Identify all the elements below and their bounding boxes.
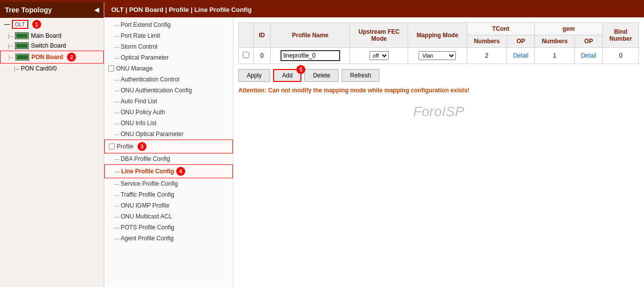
- th-mapping-mode: Mapping Mode: [408, 23, 467, 48]
- nav-service-profile-config[interactable]: Service Profile Config: [104, 178, 233, 189]
- gem-detail-link[interactable]: Detail: [581, 52, 596, 59]
- main-content: OLT | PON Board | Profile | Line Profile…: [104, 2, 644, 287]
- row-upstream-fec-cell: off on: [350, 48, 408, 64]
- nav-auto-find-list[interactable]: Auto Find List: [104, 96, 233, 107]
- row-gem-op: Detail: [575, 48, 603, 64]
- tree-item-main-board[interactable]: |-- Main Board: [0, 31, 104, 41]
- sidebar-header: Tree Topology ◀: [0, 2, 104, 18]
- tree-prefix: |--: [8, 33, 13, 39]
- breadcrumb: OLT | PON Board | Profile | Line Profile…: [104, 2, 644, 17]
- nav-onu-optical-parameter[interactable]: ONU Optical Parameter: [104, 129, 233, 140]
- nav-optical-parameter[interactable]: Optical Parameter: [104, 52, 233, 63]
- watermark: ForoISP: [238, 104, 639, 120]
- nav-authentication-control[interactable]: Authentication Control: [104, 74, 233, 85]
- th-profile-name: Profile Name: [270, 23, 350, 48]
- upstream-fec-select[interactable]: off on: [369, 51, 389, 60]
- nav-pots-profile-config[interactable]: POTS Profile Config: [104, 222, 233, 233]
- delete-button[interactable]: Delete: [304, 69, 339, 82]
- add-button[interactable]: Add 5: [273, 69, 301, 82]
- th-tcont-op: OP: [507, 35, 535, 48]
- table-wrapper: ID Profile Name Upstream FECMode Mapping…: [238, 22, 639, 64]
- sidebar-title: Tree Topology: [5, 6, 52, 14]
- th-upstream-fec: Upstream FECMode: [350, 23, 408, 48]
- mapping-mode-select[interactable]: Vlan GEM Port: [419, 51, 456, 60]
- tree-item-switch-board[interactable]: |-- Switch Board: [0, 41, 104, 51]
- nav-onu-igmp-profile[interactable]: ONU IGMP Profile: [104, 200, 233, 211]
- tree-prefix: |--: [8, 54, 13, 60]
- nav-agent-profile-config[interactable]: Agent Profile Config: [104, 233, 233, 244]
- add-label: Add: [282, 72, 292, 79]
- row-gem-numbers: 1: [535, 48, 575, 64]
- th-gem-op: OP: [575, 35, 603, 48]
- onu-manage-checkbox[interactable]: [108, 66, 114, 72]
- row-checkbox[interactable]: [243, 52, 249, 58]
- th-tcont-group: TCont: [467, 23, 535, 35]
- sidebar: Tree Topology ◀ — OLT 1 |-- Main Board |…: [0, 2, 104, 287]
- row-mapping-mode-cell: Vlan GEM Port: [408, 48, 467, 64]
- row-bind-number: 0: [602, 48, 639, 64]
- th-checkbox: [239, 23, 254, 48]
- badge-4: 4: [176, 167, 185, 176]
- refresh-button[interactable]: Refresh: [342, 69, 379, 82]
- row-checkbox-cell: [239, 48, 254, 64]
- tree-prefix: |--: [14, 66, 19, 72]
- right-panel: ID Profile Name Upstream FECMode Mapping…: [233, 17, 644, 287]
- nav-port-extend-config[interactable]: Port Extend Config: [104, 19, 233, 30]
- tree-prefix: |--: [8, 43, 13, 49]
- badge-2: 2: [67, 53, 76, 62]
- switch-board-icon: [15, 42, 29, 49]
- breadcrumb-text: OLT | PON Board | Profile | Line Profile…: [111, 6, 252, 13]
- content-area: Port Extend Config Port Rate Limit Storm…: [104, 17, 644, 287]
- nav-traffic-profile-config[interactable]: Traffic Profile Config: [104, 189, 233, 200]
- th-gem-numbers: Numbers: [535, 35, 575, 48]
- nav-port-rate-limit[interactable]: Port Rate Limit: [104, 30, 233, 41]
- pon-board-icon: [15, 54, 29, 61]
- onu-manage-label: ONU Manage: [116, 65, 152, 72]
- attention-text: Attention: Can not modify the mapping mo…: [238, 87, 639, 94]
- main-board-icon: [15, 32, 29, 39]
- left-nav: Port Extend Config Port Rate Limit Storm…: [104, 17, 233, 287]
- badge-1: 1: [32, 20, 41, 29]
- nav-onu-policy-auth[interactable]: ONU Policy Auth: [104, 107, 233, 118]
- nav-dba-profile-config[interactable]: DBA Profile Config: [104, 153, 233, 164]
- pon-card-label: PON Card0/0: [21, 65, 57, 72]
- tree-item-olt[interactable]: — OLT 1: [0, 18, 104, 31]
- tree-item-pon-card[interactable]: |-- PON Card0/0: [0, 64, 104, 73]
- olt-badge[interactable]: OLT: [12, 20, 28, 29]
- badge-3: 3: [138, 142, 146, 151]
- row-tcont-op: Detail: [507, 48, 535, 64]
- profile-name-input[interactable]: [281, 50, 340, 61]
- row-id: 0: [254, 48, 271, 64]
- nav-onu-multicast-acl[interactable]: ONU Multicast ACL: [104, 211, 233, 222]
- nav-line-profile-config[interactable]: Line Profile Config 4: [104, 164, 233, 178]
- nav-section-profile[interactable]: Profile 3: [104, 140, 233, 153]
- th-tcont-numbers: Numbers: [467, 35, 507, 48]
- apply-button[interactable]: Apply: [238, 69, 270, 82]
- main-board-label: Main Board: [31, 32, 61, 39]
- th-bind-number: BindNumber: [602, 23, 639, 48]
- expand-icon: —: [4, 21, 10, 28]
- table-row: 0 off on: [239, 48, 639, 64]
- action-bar: Apply Add 5 Delete Refresh: [238, 69, 639, 82]
- row-profile-name-cell: [270, 48, 350, 64]
- tree-item-pon-board[interactable]: |-- PON Board 2: [0, 51, 104, 64]
- profile-checkbox[interactable]: [109, 144, 115, 149]
- nav-onu-auth-config[interactable]: ONU Authentication Config: [104, 85, 233, 96]
- attention-label: Attention:: [238, 87, 267, 94]
- tcont-detail-link[interactable]: Detail: [513, 52, 528, 59]
- nav-storm-control[interactable]: Storm Control: [104, 41, 233, 52]
- th-gem-group: gem: [535, 23, 603, 35]
- th-id: ID: [254, 23, 271, 48]
- row-tcont-numbers: 2: [467, 48, 507, 64]
- pon-board-label: PON Board: [31, 54, 63, 61]
- attention-message: Can not modify the mapping mode while ma…: [268, 87, 469, 94]
- nav-section-onu-manage[interactable]: ONU Manage: [104, 63, 233, 74]
- collapse-arrow-icon[interactable]: ◀: [94, 6, 99, 13]
- profile-section-label: Profile: [117, 143, 134, 150]
- switch-board-label: Switch Board: [31, 42, 66, 49]
- nav-onu-info-list[interactable]: ONU Info List: [104, 118, 233, 129]
- line-profile-table: ID Profile Name Upstream FECMode Mapping…: [238, 22, 639, 64]
